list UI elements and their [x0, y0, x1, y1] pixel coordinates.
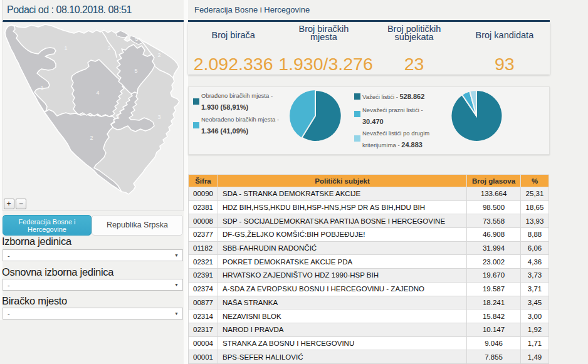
svg-text:5: 5: [134, 68, 137, 74]
svg-text:5: 5: [135, 36, 138, 42]
svg-text:3: 3: [116, 114, 119, 120]
svg-text:2: 2: [107, 45, 110, 51]
svg-text:1: 1: [40, 85, 43, 91]
svg-text:4: 4: [96, 90, 99, 96]
svg-text:3: 3: [157, 114, 160, 120]
svg-text:2: 2: [157, 52, 160, 58]
svg-text:2: 2: [90, 135, 93, 141]
svg-text:1: 1: [64, 45, 67, 51]
